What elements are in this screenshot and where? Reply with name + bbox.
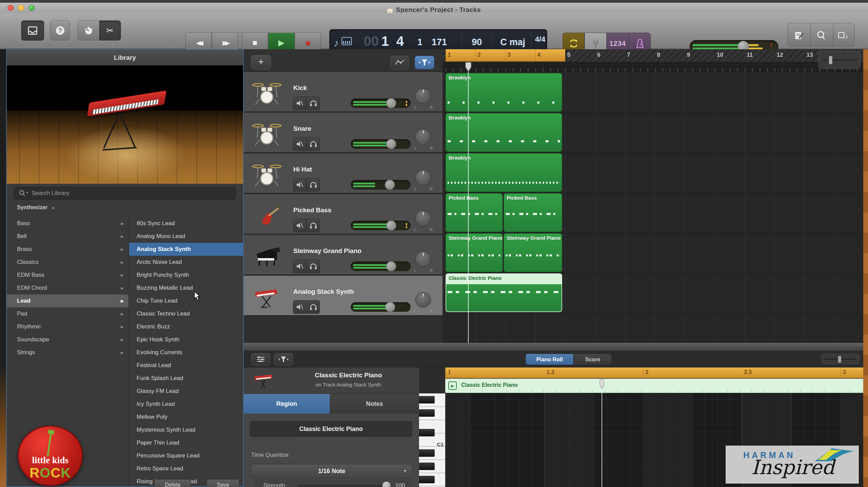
timeline-zoom-slider[interactable]	[818, 51, 861, 69]
patch-item[interactable]: Retro Space Lead	[129, 462, 243, 475]
mute-button[interactable]	[293, 178, 306, 192]
volume-slider[interactable]	[351, 261, 411, 271]
editor-region-strip[interactable]: ▶ Classic Electric Piano	[445, 379, 863, 393]
patch-item[interactable]: Glassy FM Lead	[129, 385, 243, 398]
mute-button[interactable]	[293, 96, 306, 110]
volume-slider[interactable]	[351, 139, 411, 149]
category-item[interactable]: EDM Bass	[7, 269, 128, 282]
breadcrumb[interactable]: Synthesizer	[17, 204, 54, 211]
patch-item[interactable]: Mellow Poly	[129, 411, 243, 423]
region-name-field[interactable]: Classic Electric Piano	[250, 421, 412, 437]
editor-zoom-slider[interactable]	[821, 354, 860, 364]
piano-roll-ruler[interactable]: 11.322.33	[445, 367, 863, 378]
add-track-button[interactable]: +	[251, 55, 271, 69]
category-item[interactable]: Soundscape	[7, 333, 128, 346]
patch-item[interactable]: 80s Sync Lead	[129, 217, 243, 230]
region-brooklyn-snare[interactable]: Brooklyn	[446, 113, 562, 152]
tab-score[interactable]: Score	[574, 354, 612, 365]
solo-button[interactable]	[307, 259, 320, 273]
patch-item[interactable]: Evolving Currents	[129, 346, 243, 359]
patch-item[interactable]: Electric Buzz	[129, 320, 243, 333]
editor-controls-button[interactable]	[251, 353, 270, 365]
patch-item[interactable]: Mysterious Synth Lead	[129, 423, 243, 436]
editor-playhead[interactable]	[602, 379, 602, 487]
loop-browser-button[interactable]	[810, 30, 832, 40]
pan-knob[interactable]	[415, 170, 431, 185]
playhead[interactable]	[468, 62, 469, 343]
mute-button[interactable]	[293, 259, 306, 273]
category-item[interactable]: Bell	[7, 230, 128, 243]
strength-slider[interactable]	[298, 485, 387, 486]
pan-knob[interactable]	[415, 251, 431, 267]
region-brooklyn-hihat[interactable]: Brooklyn	[446, 153, 562, 192]
patch-item[interactable]: Analog Stack Synth	[129, 243, 243, 256]
cycle-region[interactable]	[446, 49, 565, 62]
patch-item[interactable]: Buzzing Metallic Lead	[129, 282, 243, 294]
editors-button[interactable]: ✂	[99, 21, 121, 40]
region-play-icon[interactable]: ▶	[448, 381, 457, 390]
solo-button[interactable]	[307, 300, 320, 314]
catch-playhead-button[interactable]	[415, 56, 434, 69]
region-brooklyn-kick[interactable]: Brooklyn	[446, 73, 562, 112]
mute-button[interactable]	[293, 300, 306, 314]
patch-item[interactable]: Paper Thin Lead	[129, 436, 243, 449]
delete-button[interactable]: Delete	[154, 479, 191, 487]
region-picked-bass-2[interactable]: Picked Bass	[504, 193, 562, 232]
category-item[interactable]: Bass	[7, 217, 128, 230]
category-item[interactable]: Rhythmic	[7, 320, 128, 333]
volume-knob[interactable]	[385, 302, 395, 312]
tab-notes[interactable]: Notes	[330, 394, 419, 414]
volume-knob[interactable]	[386, 98, 396, 108]
library-toggle-button[interactable]	[21, 20, 44, 41]
volume-slider[interactable]	[351, 98, 411, 108]
time-quantize-dropdown[interactable]: 1/16 Note ▼	[250, 464, 413, 478]
volume-slider[interactable]	[351, 302, 411, 312]
volume-knob[interactable]	[385, 180, 395, 190]
solo-button[interactable]	[307, 219, 320, 232]
pan-knob[interactable]	[415, 129, 431, 145]
pan-knob[interactable]	[415, 211, 431, 226]
pan-knob[interactable]	[415, 88, 431, 104]
timeline-tick-strip[interactable]	[442, 62, 863, 72]
panel-divider[interactable]	[244, 343, 863, 351]
solo-button[interactable]	[307, 178, 320, 192]
save-button[interactable]: Save	[207, 479, 239, 487]
category-item[interactable]: Pad	[7, 307, 128, 320]
tab-region[interactable]: Region	[244, 394, 330, 414]
playhead-marker[interactable]	[464, 62, 472, 72]
region-steinway-2[interactable]: Steinway Grand Piano	[504, 233, 562, 272]
patch-item[interactable]: Percussive Square Lead	[129, 449, 243, 462]
category-item[interactable]: Lead	[7, 294, 128, 307]
volume-knob[interactable]	[386, 139, 396, 149]
patch-item[interactable]: Arctic Noise Lead	[129, 256, 243, 269]
category-item[interactable]: Strings	[7, 346, 128, 359]
lcd-display-mode-icons[interactable]: ♪	[334, 37, 352, 49]
patch-item[interactable]: Festival Lead	[129, 359, 243, 372]
automation-button[interactable]	[390, 56, 409, 69]
track-header-steinway-grand-piano[interactable]: Steinway Grand PianoLR	[244, 235, 442, 275]
tab-piano-roll[interactable]: Piano Roll	[525, 354, 574, 365]
note-pads-button[interactable]	[788, 30, 810, 40]
patch-item[interactable]: Epic Hook Synth	[129, 333, 243, 346]
mute-button[interactable]	[293, 219, 306, 232]
patch-item[interactable]: Icy Synth Lead	[129, 398, 243, 411]
piano-keyboard-column[interactable]: C1	[419, 393, 445, 487]
media-browser-button[interactable]: ♪	[832, 30, 854, 40]
arrange-grid[interactable]: Brooklyn Brooklyn Brooklyn Picked Bass P…	[442, 72, 863, 343]
track-header-snare[interactable]: SnareLR	[244, 113, 442, 153]
patch-item[interactable]: Bright Punchy Synth	[129, 269, 243, 282]
patch-item[interactable]: Classic Techno Lead	[129, 307, 243, 320]
volume-knob[interactable]	[386, 261, 396, 271]
editor-playhead-marker[interactable]	[597, 378, 606, 389]
region-classic-electric-piano[interactable]: Classic Electric Piano	[446, 273, 562, 312]
timeline-ruler[interactable]: 123456789101112131415	[442, 49, 863, 62]
quick-help-button[interactable]: ?	[50, 20, 70, 41]
category-item[interactable]: Classics	[7, 256, 128, 269]
volume-slider[interactable]	[351, 221, 411, 230]
volume-knob[interactable]	[386, 220, 396, 231]
region-steinway-1[interactable]: Steinway Grand Piano	[446, 233, 503, 272]
mute-button[interactable]	[293, 137, 306, 151]
editor-catch-button[interactable]	[274, 353, 293, 365]
track-header-hi-hat[interactable]: Hi HatLR	[244, 154, 442, 194]
pan-knob[interactable]	[415, 292, 431, 308]
